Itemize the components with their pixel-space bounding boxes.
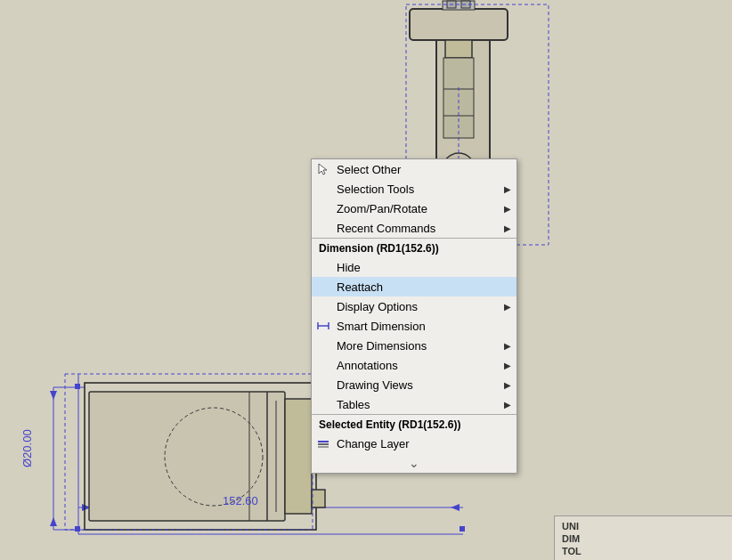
menu-item-tables[interactable]: Tables▶ (312, 394, 516, 414)
menu-item-label-change-layer: Change Layer (337, 437, 410, 450)
menu-item-selection-tools[interactable]: Selection Tools▶ (312, 179, 516, 199)
status-row-3: TOL (558, 545, 728, 557)
context-menu: Select OtherSelection Tools▶Zoom/Pan/Rot… (311, 158, 517, 474)
menu-item-recent-commands[interactable]: Recent Commands▶ (312, 218, 516, 238)
menu-item-label-tables: Tables (337, 398, 370, 411)
menu-item-change-layer[interactable]: Change Layer (312, 434, 516, 453)
menu-item-select-other[interactable]: Select Other (312, 159, 516, 179)
menu-section-section-dimension: Dimension (RD1(152.6)) (312, 238, 516, 257)
cursor-icon (317, 163, 329, 175)
menu-item-more-dimensions[interactable]: More Dimensions▶ (312, 336, 516, 355)
menu-item-annotations[interactable]: Annotations▶ (312, 355, 516, 375)
menu-item-label-more-dimensions: More Dimensions (337, 339, 427, 353)
menu-item-label-select-other: Select Other (337, 163, 401, 176)
svg-rect-45 (318, 446, 329, 448)
bottom-status-bar: UNI DIM TOL (554, 515, 732, 560)
layer-icon (317, 437, 329, 450)
submenu-arrow-icon: ▶ (504, 400, 511, 410)
svg-rect-25 (445, 40, 472, 58)
menu-item-label-drawing-views: Drawing Views (337, 378, 413, 392)
submenu-arrow-icon: ▶ (504, 361, 511, 370)
status-row-1: UNI (558, 520, 728, 532)
menu-item-label-hide: Hide (337, 261, 361, 274)
submenu-arrow-icon: ▶ (504, 223, 511, 233)
svg-rect-43 (318, 441, 329, 442)
menu-item-label-selection-tools: Selection Tools (337, 183, 414, 196)
svg-rect-20 (285, 399, 312, 514)
status-row-2: DIM (558, 532, 728, 545)
menu-item-reattach[interactable]: Reattach (312, 277, 516, 296)
dimension-icon (317, 320, 329, 332)
menu-item-hide[interactable]: Hide (312, 257, 516, 277)
menu-item-drawing-views[interactable]: Drawing Views▶ (312, 375, 516, 394)
svg-rect-13 (460, 526, 465, 532)
svg-rect-24 (410, 9, 508, 40)
submenu-arrow-icon: ▶ (504, 184, 511, 194)
menu-item-label-recent-commands: Recent Commands (337, 222, 435, 235)
menu-item-label-reattach: Reattach (337, 280, 383, 294)
menu-more-button[interactable]: ⌄ (312, 453, 516, 473)
svg-text:152.60: 152.60 (223, 494, 258, 507)
submenu-arrow-icon: ▶ (504, 302, 511, 312)
svg-rect-12 (75, 526, 80, 532)
svg-rect-11 (75, 384, 80, 389)
menu-item-label-zoom-pan-rotate: Zoom/Pan/Rotate (337, 202, 427, 215)
menu-item-display-options[interactable]: Display Options▶ (312, 296, 516, 316)
svg-text:Ø20.00: Ø20.00 (20, 429, 34, 467)
svg-rect-44 (318, 443, 329, 445)
submenu-arrow-icon: ▶ (504, 380, 511, 390)
submenu-arrow-icon: ▶ (504, 341, 511, 351)
menu-item-zoom-pan-rotate[interactable]: Zoom/Pan/Rotate▶ (312, 199, 516, 218)
menu-item-label-annotations: Annotations (337, 359, 398, 372)
svg-rect-22 (312, 490, 325, 507)
menu-item-label-smart-dimension: Smart Dimension (337, 320, 426, 333)
menu-item-smart-dimension[interactable]: Smart Dimension (312, 316, 516, 336)
menu-section-section-entity: Selected Entity (RD1(152.6)) (312, 414, 516, 434)
submenu-arrow-icon: ▶ (504, 204, 511, 214)
menu-item-label-display-options: Display Options (337, 300, 418, 313)
